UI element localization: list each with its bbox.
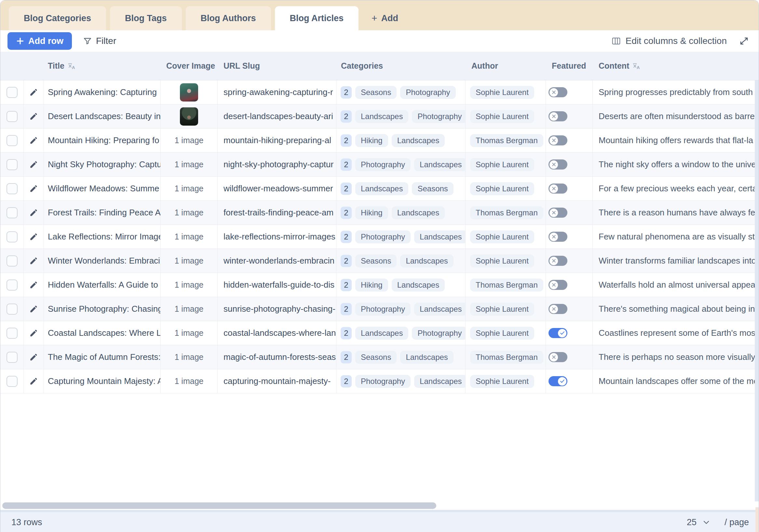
- categories-cell[interactable]: 2LandscapesSeasons: [337, 177, 465, 200]
- featured-toggle[interactable]: [548, 135, 567, 145]
- categories-cell[interactable]: 2HikingLandscapes: [337, 201, 465, 225]
- categories-cell[interactable]: 2SeasonsPhotography: [337, 80, 465, 104]
- url-slug-cell[interactable]: mountain-hiking-preparing-al: [218, 129, 337, 152]
- author-cell[interactable]: Thomas Bergman: [465, 129, 546, 152]
- content-cell[interactable]: Waterfalls hold an almost universal appe…: [593, 273, 755, 297]
- featured-toggle[interactable]: [548, 184, 567, 194]
- title-cell[interactable]: Spring Awakening: Capturing: [44, 80, 161, 104]
- cover-image-cell[interactable]: 1 image: [161, 129, 218, 152]
- row-checkbox[interactable]: [7, 135, 18, 146]
- url-slug-cell[interactable]: capturing-mountain-majesty-: [218, 369, 337, 393]
- author-cell[interactable]: Thomas Bergman: [465, 273, 546, 297]
- url-slug-cell[interactable]: forest-trails-finding-peace-am: [218, 201, 337, 225]
- tab-blog-tags[interactable]: Blog Tags: [110, 6, 182, 30]
- featured-toggle[interactable]: [548, 159, 567, 170]
- author-cell[interactable]: Sophie Laurent: [465, 177, 546, 200]
- author-cell[interactable]: Sophie Laurent: [465, 225, 546, 249]
- featured-toggle[interactable]: [548, 256, 567, 266]
- author-cell[interactable]: Sophie Laurent: [465, 369, 546, 393]
- title-cell[interactable]: Coastal Landscapes: Where La: [44, 321, 161, 345]
- author-cell[interactable]: Thomas Bergman: [465, 201, 546, 225]
- row-checkbox[interactable]: [7, 87, 18, 98]
- filter-button[interactable]: Filter: [83, 36, 116, 46]
- cover-image-cell[interactable]: 1 image: [161, 321, 218, 345]
- row-checkbox[interactable]: [7, 304, 18, 315]
- edit-row-icon[interactable]: [29, 280, 38, 289]
- title-cell[interactable]: Mountain Hiking: Preparing fo: [44, 129, 161, 152]
- author-cell[interactable]: Sophie Laurent: [465, 80, 546, 104]
- featured-toggle[interactable]: [548, 232, 567, 242]
- content-cell[interactable]: For a few precious weeks each year, cert…: [593, 177, 755, 200]
- title-cell[interactable]: Capturing Mountain Majesty: A: [44, 369, 161, 393]
- title-cell[interactable]: Winter Wonderlands: Embraci: [44, 249, 161, 273]
- author-cell[interactable]: Sophie Laurent: [465, 321, 546, 345]
- horizontal-scrollbar-thumb[interactable]: [2, 502, 436, 509]
- content-cell[interactable]: Few natural phenomena are as visually st…: [593, 225, 755, 249]
- featured-toggle[interactable]: [548, 352, 567, 362]
- title-cell[interactable]: Sunrise Photography: Chasing: [44, 297, 161, 321]
- categories-cell[interactable]: 2LandscapesPhotography: [337, 104, 465, 128]
- categories-cell[interactable]: 2LandscapesPhotography: [337, 321, 465, 345]
- edit-row-icon[interactable]: [29, 377, 38, 386]
- author-cell[interactable]: Sophie Laurent: [465, 153, 546, 176]
- cover-image-cell[interactable]: 1 image: [161, 345, 218, 369]
- categories-cell[interactable]: 2SeasonsLandscapes: [337, 345, 465, 369]
- tab-blog-categories[interactable]: Blog Categories: [9, 6, 106, 30]
- edit-row-icon[interactable]: [29, 160, 38, 169]
- content-cell[interactable]: Winter transforms familiar landscapes in…: [593, 249, 755, 273]
- cover-image-cell[interactable]: 1 image: [161, 177, 218, 200]
- title-cell[interactable]: Hidden Waterfalls: A Guide to: [44, 273, 161, 297]
- edit-columns-button[interactable]: Edit columns & collection: [611, 36, 727, 46]
- categories-cell[interactable]: 2HikingLandscapes: [337, 273, 465, 297]
- author-cell[interactable]: Sophie Laurent: [465, 249, 546, 273]
- featured-toggle[interactable]: [548, 208, 567, 218]
- title-cell[interactable]: The Magic of Autumn Forests:: [44, 345, 161, 369]
- expand-fullscreen-icon[interactable]: [739, 36, 749, 46]
- content-cell[interactable]: The night sky offers a window to the uni…: [593, 153, 755, 176]
- tab-blog-articles[interactable]: Blog Articles: [275, 6, 359, 30]
- row-checkbox[interactable]: [7, 207, 18, 218]
- row-checkbox[interactable]: [7, 256, 18, 266]
- cover-image-cell[interactable]: 1 image: [161, 249, 218, 273]
- row-checkbox[interactable]: [7, 376, 18, 387]
- edit-row-icon[interactable]: [29, 353, 38, 361]
- row-checkbox[interactable]: [7, 231, 18, 242]
- row-checkbox[interactable]: [7, 159, 18, 170]
- url-slug-cell[interactable]: magic-of-autumn-forests-seas: [218, 345, 337, 369]
- cover-image-cell[interactable]: 1 image: [161, 153, 218, 176]
- title-cell[interactable]: Wildflower Meadows: Summe: [44, 177, 161, 200]
- content-cell[interactable]: There's something magical about being in: [593, 297, 755, 321]
- cover-image-cell[interactable]: 1 image: [161, 201, 218, 225]
- categories-cell[interactable]: 2SeasonsLandscapes: [337, 249, 465, 273]
- row-checkbox[interactable]: [7, 279, 18, 291]
- edit-row-icon[interactable]: [29, 256, 38, 265]
- featured-toggle[interactable]: [548, 280, 567, 290]
- url-slug-cell[interactable]: lake-reflections-mirror-images: [218, 225, 337, 249]
- edit-row-icon[interactable]: [29, 232, 38, 241]
- edit-row-icon[interactable]: [29, 329, 38, 338]
- horizontal-scrollbar-track[interactable]: [0, 501, 759, 510]
- url-slug-cell[interactable]: spring-awakening-capturing-r: [218, 80, 337, 104]
- featured-toggle[interactable]: [548, 111, 567, 121]
- edit-row-icon[interactable]: [29, 208, 38, 217]
- title-cell[interactable]: Lake Reflections: Mirror Image: [44, 225, 161, 249]
- cover-image-cell[interactable]: 1 image: [161, 225, 218, 249]
- cover-image-cell[interactable]: 1 image: [161, 273, 218, 297]
- featured-toggle[interactable]: [548, 376, 567, 386]
- content-cell[interactable]: Deserts are often misunderstood as barre…: [593, 104, 755, 128]
- categories-cell[interactable]: 2PhotographyLandscapes: [337, 369, 465, 393]
- categories-cell[interactable]: 2PhotographyLandscapes: [337, 225, 465, 249]
- categories-cell[interactable]: 2HikingLandscapes: [337, 129, 465, 152]
- edit-row-icon[interactable]: [29, 184, 38, 193]
- featured-toggle[interactable]: [548, 328, 567, 338]
- cover-image-cell[interactable]: [161, 104, 218, 128]
- categories-cell[interactable]: 2PhotographyLandscapes: [337, 153, 465, 176]
- tab-blog-authors[interactable]: Blog Authors: [186, 6, 271, 30]
- author-cell[interactable]: Sophie Laurent: [465, 297, 546, 321]
- title-cell[interactable]: Night Sky Photography: Captu: [44, 153, 161, 176]
- url-slug-cell[interactable]: winter-wonderlands-embracin: [218, 249, 337, 273]
- edit-row-icon[interactable]: [29, 136, 38, 145]
- featured-toggle[interactable]: [548, 304, 567, 314]
- row-checkbox[interactable]: [7, 183, 18, 194]
- content-cell[interactable]: There is a reason humans have always fel…: [593, 201, 755, 225]
